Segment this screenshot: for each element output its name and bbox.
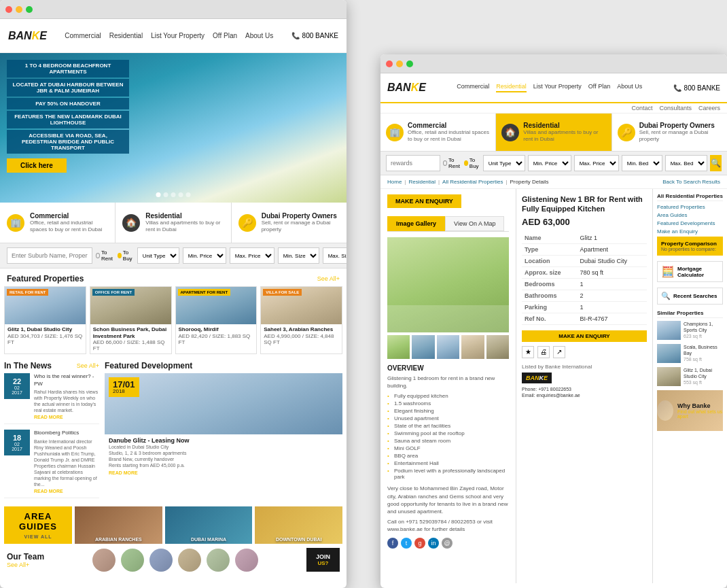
rent-toggle-right[interactable]: To Rent — [443, 157, 461, 169]
team-see-all[interactable]: See All+ — [7, 561, 29, 568]
googleplus-icon[interactable]: g — [414, 538, 425, 549]
breadcrumb-home[interactable]: Home — [387, 179, 402, 185]
breadcrumb-residential[interactable]: Residential — [408, 179, 436, 185]
sidebar-link-3[interactable]: Make an Enquiry — [657, 228, 723, 235]
star-icon[interactable]: ★ — [522, 346, 534, 358]
top-link-consultants[interactable]: Consultants — [659, 105, 692, 111]
nav-list-property-right[interactable]: List Your Property — [533, 83, 582, 92]
top-link-careers[interactable]: Careers — [698, 105, 720, 111]
min-size-select-left[interactable]: Min. Size — [278, 247, 319, 264]
carousel-dot-3[interactable] — [171, 192, 176, 197]
close-btn-right[interactable] — [386, 60, 393, 67]
avatar-0[interactable] — [92, 549, 116, 572]
logo-right[interactable]: BANKE — [387, 82, 426, 94]
search-button-right[interactable]: 🔍 — [710, 155, 722, 171]
news-readmore-0[interactable]: READ MORE — [34, 415, 99, 419]
nav-residential-left[interactable]: Residential — [109, 32, 143, 39]
facebook-icon[interactable]: f — [387, 538, 398, 549]
area-card-0[interactable]: ARABIAN RANCHES — [75, 506, 162, 544]
linkedin-icon[interactable]: in — [428, 538, 439, 549]
area-card-1[interactable]: DUBAI MARINA — [165, 506, 253, 544]
nav-offplan-left[interactable]: Off Plan — [213, 32, 237, 39]
nav-residential-right[interactable]: Residential — [496, 83, 527, 92]
search-input-right[interactable] — [386, 155, 440, 171]
nav-offplan-right[interactable]: Off Plan — [588, 83, 610, 92]
nav-about-left[interactable]: About Us — [245, 32, 273, 39]
carousel-dot-4[interactable] — [179, 192, 183, 197]
email-share-icon[interactable]: @ — [442, 538, 453, 549]
why-banke-box[interactable]: Why Banke Find out what sets us apart — [657, 390, 723, 431]
logo-left[interactable]: BANKE — [8, 30, 47, 42]
area-guides-viewall[interactable]: VIEW ALL — [24, 534, 52, 539]
cat-owners-right[interactable]: 🔑 Dubai Property Owners Sell, rent or ma… — [612, 114, 727, 151]
cat-residential-right[interactable]: 🏠 Residential Villas and apartments to b… — [496, 114, 611, 151]
min-bed-select-right[interactable]: Min. Bed — [622, 155, 662, 171]
featured-card-2[interactable]: APARTMENT FOR RENT Shorooq, Mirdif AED 8… — [175, 286, 258, 354]
unit-type-select-left[interactable]: Unit Type — [137, 247, 179, 264]
avatar-4[interactable] — [207, 549, 230, 572]
area-card-2[interactable]: DOWNTOWN DUBAI — [255, 506, 342, 544]
recent-searches-box[interactable]: 🔍 Recent Searches — [657, 288, 723, 305]
unit-type-select-right[interactable]: Unit Type — [483, 155, 525, 171]
maximize-btn-right[interactable] — [406, 60, 413, 67]
minimize-btn-right[interactable] — [396, 60, 403, 67]
maximize-btn-left[interactable] — [26, 6, 33, 13]
sidebar-link-2[interactable]: Featured Developments — [657, 220, 723, 226]
cat-commercial-right[interactable]: 🏢 Commercial Office, retail and industri… — [380, 114, 496, 151]
top-link-contact[interactable]: Contact — [631, 105, 652, 111]
tab-map[interactable]: View On A Map — [445, 216, 504, 231]
featured-card-0[interactable]: RETAIL FOR RENT Glitz 1, Dubai Studio Ci… — [4, 286, 86, 354]
prop-thumb-1[interactable] — [412, 335, 434, 359]
dev-readmore[interactable]: READ MORE — [109, 470, 338, 475]
join-box[interactable]: JOIN US? — [306, 548, 340, 572]
avatar-3[interactable] — [178, 549, 201, 572]
news-item-1[interactable]: 18 02 2017 Bloomberg Politics Banke Inte… — [4, 430, 99, 498]
print-icon[interactable]: 🖨 — [537, 346, 550, 358]
carousel-dot-1[interactable] — [156, 192, 161, 197]
buy-toggle-right[interactable]: To Buy — [464, 157, 480, 169]
featured-see-all[interactable]: See All+ — [317, 275, 340, 282]
nav-commercial-right[interactable]: Commercial — [457, 83, 489, 92]
mortgage-calculator-box[interactable]: 🧮 Mortgage Calculator — [657, 261, 723, 282]
area-guides-title-card[interactable]: AREA GUIDES VIEW ALL — [4, 506, 72, 544]
nav-about-right[interactable]: About Us — [617, 83, 642, 92]
carousel-dot-2[interactable] — [164, 192, 169, 197]
news-item-0[interactable]: 22 02 2017 Who is the real winner? - PW … — [4, 373, 99, 424]
search-input-left[interactable] — [7, 247, 92, 264]
twitter-icon[interactable]: t — [401, 538, 412, 549]
radio-buy-left[interactable] — [118, 253, 122, 258]
prop-thumb-0[interactable] — [387, 335, 410, 359]
enquiry-button-top[interactable]: MAKE AN ENQUIRY — [387, 194, 461, 208]
radio-buy-right[interactable] — [464, 160, 468, 166]
nav-list-property-left[interactable]: List Your Property — [151, 32, 205, 39]
similar-prop-0[interactable]: Champions 1, Sports City 623 sq ft — [657, 321, 723, 340]
sidebar-link-0[interactable]: Featured Properties — [657, 204, 723, 210]
avatar-5[interactable] — [235, 549, 258, 572]
news-readmore-1[interactable]: READ MORE — [34, 489, 99, 494]
max-price-select-left[interactable]: Max. Price — [230, 247, 274, 264]
back-to-search[interactable]: Back To Search Results — [662, 179, 720, 185]
buy-toggle-left[interactable]: To Buy — [118, 249, 134, 262]
cat-owners-left[interactable]: 🔑 Dubai Property Owners Sell, rent or ma… — [232, 203, 347, 243]
max-size-select-left[interactable]: Max. Size — [323, 247, 347, 264]
cat-commercial-left[interactable]: 🏢 Commercial Office, retail and industri… — [0, 203, 116, 243]
nav-commercial-left[interactable]: Commercial — [65, 32, 101, 39]
max-price-select-right[interactable]: Max. Price — [574, 155, 619, 171]
prop-thumb-2[interactable] — [437, 335, 459, 359]
radio-rent-right[interactable] — [443, 160, 447, 166]
featured-card-1[interactable]: OFFICE FOR RENT Schon Business Park, Dub… — [90, 286, 172, 354]
featured-card-3[interactable]: VILLA FOR SALE Saheel 3, Arabian Ranches… — [260, 286, 342, 354]
avatar-1[interactable] — [121, 549, 144, 572]
carousel-dot-5[interactable] — [186, 192, 191, 197]
cat-residential-left[interactable]: 🏠 Residential Villas and apartments to b… — [116, 203, 231, 243]
enquiry-button-mid[interactable]: MAKE AN ENQUIRY — [522, 330, 647, 342]
avatar-2[interactable] — [149, 549, 173, 572]
news-see-all[interactable]: See All+ — [77, 362, 99, 369]
prop-thumb-4[interactable] — [486, 335, 509, 359]
prop-thumb-3[interactable] — [461, 335, 484, 359]
min-price-select-right[interactable]: Min. Price — [528, 155, 571, 171]
similar-prop-2[interactable]: Glitz 1, Dubai Studio City 553 sq ft — [657, 367, 723, 386]
breadcrumb-all-residential[interactable]: All Residential Properties — [442, 179, 503, 185]
minimize-btn-left[interactable] — [16, 6, 22, 13]
sidebar-link-1[interactable]: Area Guides — [657, 212, 723, 218]
